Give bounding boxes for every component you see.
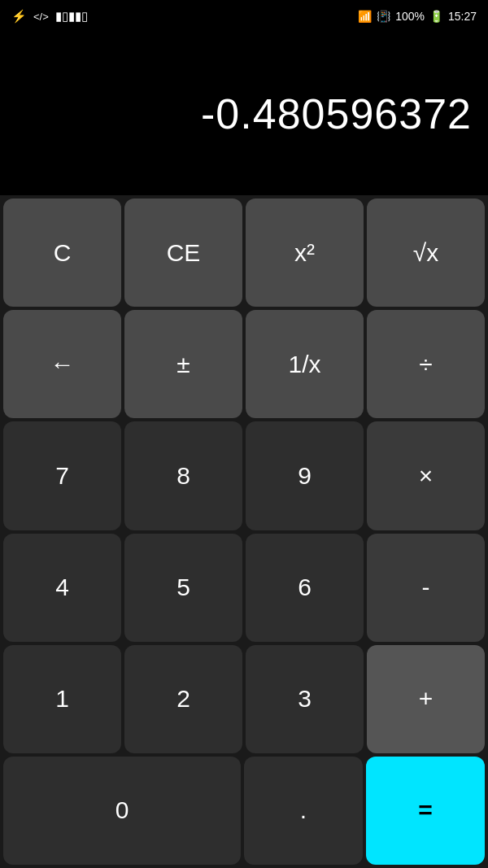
battery-percent: 100% xyxy=(395,10,425,23)
two-button[interactable]: 2 xyxy=(124,645,242,753)
clear-button[interactable]: C xyxy=(3,198,121,307)
wifi-icon: 📶 xyxy=(358,10,372,23)
eight-button[interactable]: 8 xyxy=(124,421,242,530)
keypad: C CE x² √x ← ± 1/x ÷ 7 8 9 × 4 5 6 - 1 2… xyxy=(0,195,488,868)
clear-entry-button[interactable]: CE xyxy=(124,198,242,307)
seven-button[interactable]: 7 xyxy=(3,421,121,530)
barcode-icon: ▮▯▮▮▯ xyxy=(55,9,88,24)
battery-icon: 🔋 xyxy=(429,10,443,23)
display-value: -0.480596372 xyxy=(201,89,472,138)
four-button[interactable]: 4 xyxy=(3,534,121,642)
three-button[interactable]: 3 xyxy=(246,645,364,753)
display-area: -0.480596372 xyxy=(0,33,488,195)
status-right-info: 📶 📳 100% 🔋 15:27 xyxy=(358,10,477,23)
row-0-dot-eq: 0 . = xyxy=(3,757,485,865)
decimal-button[interactable]: . xyxy=(244,757,363,865)
zero-button[interactable]: 0 xyxy=(3,757,241,865)
row-789: 7 8 9 × xyxy=(3,421,485,530)
backspace-button[interactable]: ← xyxy=(3,310,121,418)
row-456: 4 5 6 - xyxy=(3,534,485,642)
multiply-button[interactable]: × xyxy=(367,421,485,530)
square-button[interactable]: x² xyxy=(246,198,364,307)
row-123: 1 2 3 + xyxy=(3,645,485,753)
negate-button[interactable]: ± xyxy=(124,310,242,418)
clock-time: 15:27 xyxy=(448,10,477,23)
six-button[interactable]: 6 xyxy=(246,534,364,642)
reciprocal-button[interactable]: 1/x xyxy=(246,310,364,418)
equals-button[interactable]: = xyxy=(366,757,485,865)
sqrt-button[interactable]: √x xyxy=(367,198,485,307)
operation-row: ← ± 1/x ÷ xyxy=(3,310,485,418)
one-button[interactable]: 1 xyxy=(3,645,121,753)
divide-button[interactable]: ÷ xyxy=(367,310,485,418)
add-button[interactable]: + xyxy=(367,645,485,753)
function-row: C CE x² √x xyxy=(3,198,485,307)
sim-icon: 📳 xyxy=(377,10,390,23)
code-icon: </> xyxy=(33,11,49,23)
status-bar: ⚡ </> ▮▯▮▮▯ 📶 📳 100% 🔋 15:27 xyxy=(0,0,488,33)
subtract-button[interactable]: - xyxy=(367,534,485,642)
nine-button[interactable]: 9 xyxy=(246,421,364,530)
usb-icon: ⚡ xyxy=(11,9,27,24)
status-left-icons: ⚡ </> ▮▯▮▮▯ xyxy=(11,9,88,24)
five-button[interactable]: 5 xyxy=(124,534,242,642)
